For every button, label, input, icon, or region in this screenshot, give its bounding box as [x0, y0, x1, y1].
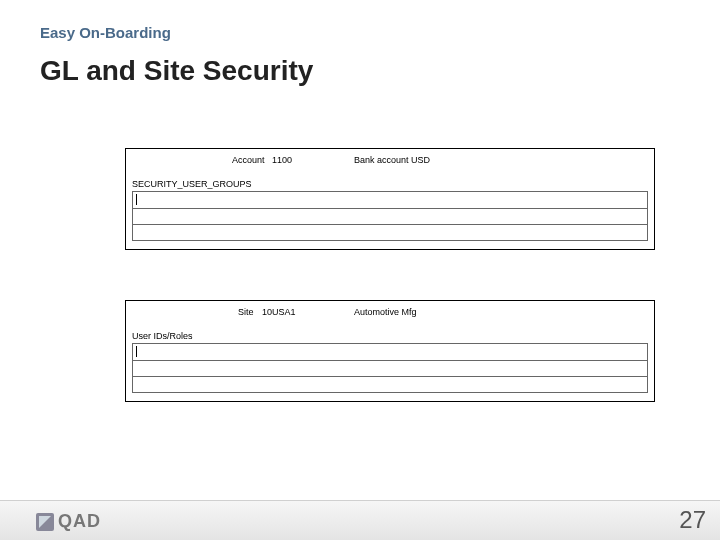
qad-logo-icon	[36, 513, 54, 531]
text-cursor-icon	[136, 194, 137, 205]
slide: Easy On-Boarding GL and Site Security Ac…	[0, 0, 720, 540]
section-label: Easy On-Boarding	[40, 24, 171, 41]
security-group-list	[132, 191, 648, 241]
site-description: Automotive Mfg	[354, 307, 417, 317]
user-roles-list	[132, 343, 648, 393]
security-group-label: SECURITY_USER_GROUPS	[132, 179, 252, 189]
text-cursor-icon	[136, 346, 137, 357]
user-roles-label: User IDs/Roles	[132, 331, 193, 341]
list-row[interactable]	[132, 377, 648, 393]
site-security-panel: Site 10USA1 Automotive Mfg User IDs/Role…	[125, 300, 655, 402]
list-row[interactable]	[132, 361, 648, 377]
list-row[interactable]	[132, 209, 648, 225]
qad-logo-text: QAD	[58, 511, 101, 532]
site-label: Site	[238, 307, 254, 317]
slide-title: GL and Site Security	[40, 55, 313, 87]
footer: QAD 27	[0, 500, 720, 540]
list-row[interactable]	[132, 343, 648, 361]
site-value: 10USA1	[262, 307, 296, 317]
account-description: Bank account USD	[354, 155, 430, 165]
list-row[interactable]	[132, 191, 648, 209]
gl-security-panel: Account 1100 Bank account USD SECURITY_U…	[125, 148, 655, 250]
account-label: Account	[232, 155, 265, 165]
qad-logo: QAD	[36, 511, 101, 532]
page-number: 27	[679, 506, 706, 534]
list-row[interactable]	[132, 225, 648, 241]
account-value: 1100	[272, 155, 292, 165]
